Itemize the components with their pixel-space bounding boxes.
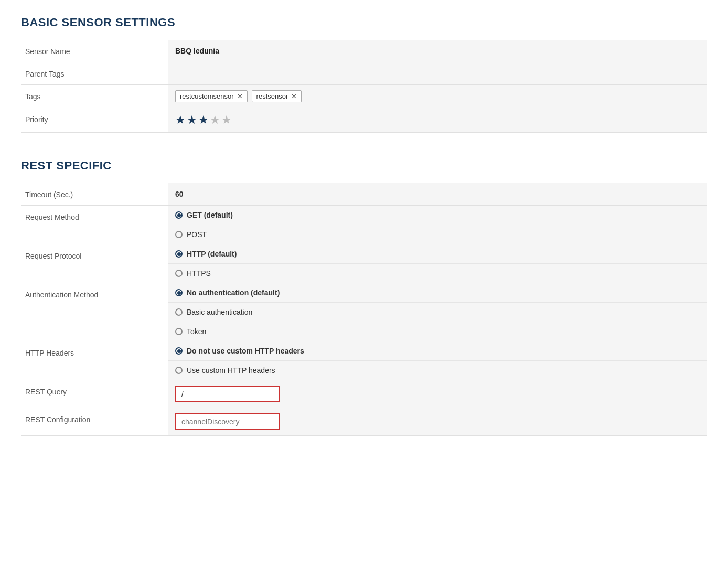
auth-method-row: Authentication Method No authentication … xyxy=(21,283,707,341)
rest-configuration-value-cell xyxy=(168,408,707,436)
tags-container: restcustomsensor ✕ restsensor ✕ xyxy=(175,90,700,102)
tags-row: Tags restcustomsensor ✕ restsensor ✕ xyxy=(21,85,707,108)
request-method-row: Request Method GET (default) POST xyxy=(21,206,707,244)
timeout-value: 60 xyxy=(175,190,184,198)
auth-method-options-cell: No authentication (default) Basic authen… xyxy=(168,283,707,341)
rest-specific-title: REST SPECIFIC xyxy=(21,159,707,173)
auth-basic-radio[interactable] xyxy=(175,308,183,316)
timeout-value-cell: 60 xyxy=(168,183,707,206)
auth-method-label: Authentication Method xyxy=(21,283,168,341)
sensor-name-label: Sensor Name xyxy=(21,40,168,62)
star-4[interactable]: ★ xyxy=(210,113,220,127)
rest-configuration-label: REST Configuration xyxy=(21,408,168,436)
auth-basic-label: Basic authentication xyxy=(187,308,252,316)
request-method-post-option[interactable]: POST xyxy=(168,225,707,244)
request-method-get-radio[interactable] xyxy=(175,211,183,219)
rest-query-value-cell xyxy=(168,380,707,408)
rest-configuration-input[interactable] xyxy=(175,413,280,430)
tag-restsensor-text: restsensor xyxy=(256,92,288,100)
auth-none-radio[interactable] xyxy=(175,289,183,296)
priority-stars[interactable]: ★ ★ ★ ★ ★ xyxy=(175,113,700,127)
auth-none-label: No authentication (default) xyxy=(187,288,280,297)
tag-restcustomsensor-close[interactable]: ✕ xyxy=(237,92,243,100)
headers-none-option[interactable]: Do not use custom HTTP headers xyxy=(168,341,707,361)
http-headers-row: HTTP Headers Do not use custom HTTP head… xyxy=(21,341,707,380)
auth-basic-option[interactable]: Basic authentication xyxy=(168,303,707,322)
parent-tags-label: Parent Tags xyxy=(21,62,168,85)
priority-label: Priority xyxy=(21,108,168,133)
request-protocol-row: Request Protocol HTTP (default) HTTPS xyxy=(21,244,707,283)
tag-restsensor[interactable]: restsensor ✕ xyxy=(252,90,302,102)
tag-restcustomsensor[interactable]: restcustomsensor ✕ xyxy=(175,90,248,102)
basic-sensor-title: BASIC SENSOR SETTINGS xyxy=(21,16,707,29)
headers-custom-radio[interactable] xyxy=(175,367,183,374)
http-headers-label: HTTP Headers xyxy=(21,341,168,380)
headers-none-radio[interactable] xyxy=(175,347,183,355)
rest-query-label: REST Query xyxy=(21,380,168,408)
protocol-http-radio[interactable] xyxy=(175,250,183,258)
sensor-name-row: Sensor Name BBQ ledunia xyxy=(21,40,707,62)
protocol-https-option[interactable]: HTTPS xyxy=(168,264,707,283)
auth-token-radio[interactable] xyxy=(175,328,183,335)
headers-custom-label: Use custom HTTP headers xyxy=(187,366,275,375)
rest-query-input[interactable] xyxy=(175,386,280,402)
priority-value-cell: ★ ★ ★ ★ ★ xyxy=(168,108,707,133)
rest-query-row: REST Query xyxy=(21,380,707,408)
star-1[interactable]: ★ xyxy=(175,113,186,127)
request-protocol-label: Request Protocol xyxy=(21,244,168,283)
tags-label: Tags xyxy=(21,85,168,108)
request-method-get-option[interactable]: GET (default) xyxy=(168,206,707,225)
request-method-post-radio[interactable] xyxy=(175,231,183,238)
protocol-https-label: HTTPS xyxy=(187,269,211,277)
protocol-http-label: HTTP (default) xyxy=(187,250,237,258)
headers-none-label: Do not use custom HTTP headers xyxy=(187,347,304,355)
request-method-post-label: POST xyxy=(187,230,207,239)
parent-tags-row: Parent Tags xyxy=(21,62,707,85)
tag-restsensor-close[interactable]: ✕ xyxy=(291,92,297,100)
auth-token-label: Token xyxy=(187,327,206,336)
protocol-http-option[interactable]: HTTP (default) xyxy=(168,244,707,264)
auth-token-option[interactable]: Token xyxy=(168,322,707,341)
http-headers-options-cell: Do not use custom HTTP headers Use custo… xyxy=(168,341,707,380)
request-protocol-options-cell: HTTP (default) HTTPS xyxy=(168,244,707,283)
sensor-name-value-cell: BBQ ledunia xyxy=(168,40,707,62)
auth-none-option[interactable]: No authentication (default) xyxy=(168,283,707,303)
request-method-options-cell: GET (default) POST xyxy=(168,206,707,244)
basic-sensor-table: Sensor Name BBQ ledunia Parent Tags Tags… xyxy=(21,40,707,133)
sensor-name-value: BBQ ledunia xyxy=(175,47,219,55)
request-method-get-label: GET (default) xyxy=(187,211,233,219)
star-3[interactable]: ★ xyxy=(198,113,209,127)
rest-specific-table: Timeout (Sec.) 60 Request Method GET (de… xyxy=(21,183,707,436)
parent-tags-value-cell xyxy=(168,62,707,85)
request-method-label: Request Method xyxy=(21,206,168,244)
star-5[interactable]: ★ xyxy=(221,113,232,127)
priority-row: Priority ★ ★ ★ ★ ★ xyxy=(21,108,707,133)
rest-configuration-row: REST Configuration xyxy=(21,408,707,436)
tag-restcustomsensor-text: restcustomsensor xyxy=(180,92,234,100)
headers-custom-option[interactable]: Use custom HTTP headers xyxy=(168,361,707,380)
timeout-row: Timeout (Sec.) 60 xyxy=(21,183,707,206)
tags-value-cell: restcustomsensor ✕ restsensor ✕ xyxy=(168,85,707,108)
star-2[interactable]: ★ xyxy=(187,113,197,127)
protocol-https-radio[interactable] xyxy=(175,270,183,277)
timeout-label: Timeout (Sec.) xyxy=(21,183,168,206)
